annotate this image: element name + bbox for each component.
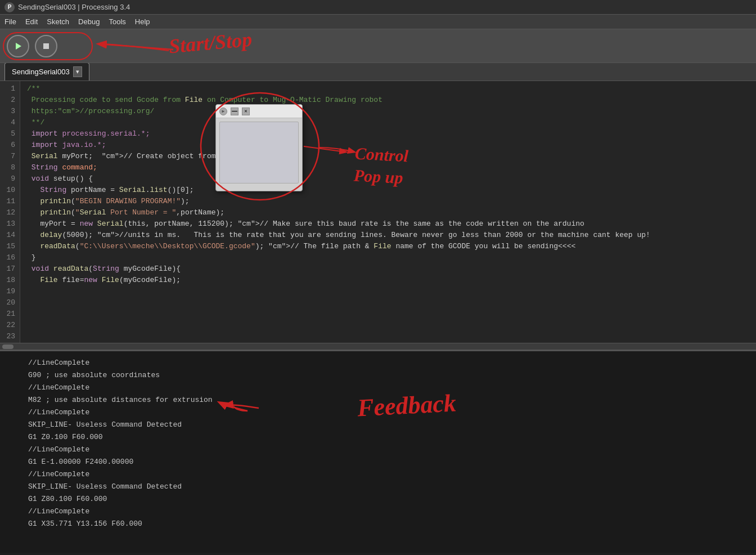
code-line: Serial myPort; "cm">// Create object fro… [27, 151, 749, 162]
code-line: **/ [27, 117, 749, 128]
code-line: String portName = Serial.list()[0]; [27, 185, 749, 196]
line-number: 9 [4, 173, 15, 185]
line-number: 15 [4, 241, 15, 252]
code-line: String command; [27, 162, 749, 173]
code-line: Processing code to send Gcode from File … [27, 95, 749, 106]
code-line: import processing.serial.*; [27, 128, 749, 140]
tab-label: SendingSerial003 [12, 68, 70, 76]
scrollbar-thumb[interactable] [2, 344, 14, 349]
code-line: } [27, 252, 749, 263]
code-line: /** [27, 83, 749, 95]
line-number: 10 [4, 185, 15, 196]
console-area: //LineCompleteG90 ; use absolute coordin… [0, 351, 756, 553]
console-line: SKIP_LINE- Useless Command Detected [28, 419, 745, 431]
line-number: 14 [4, 230, 15, 241]
console-line: //LineComplete [28, 468, 745, 481]
svg-rect-1 [43, 43, 49, 49]
line-number: 8 [4, 162, 15, 173]
console-line: //LineComplete [28, 357, 745, 369]
code-line: delay(5000); "cm">//units in ms. This is… [27, 230, 749, 241]
line-number: 16 [4, 252, 15, 263]
popup-minimize-button[interactable]: — [231, 108, 238, 115]
line-number: 12 [4, 207, 15, 218]
window-title: SendingSerial003 | Processing 3.4 [18, 3, 130, 11]
popup-body [219, 122, 299, 183]
code-line: File file=new File(myGcodeFile); [27, 275, 749, 286]
line-numbers: 123456789101112131415161718192021222324 [0, 81, 20, 343]
line-number: 6 [4, 140, 15, 151]
stop-button[interactable] [35, 35, 57, 57]
line-number: 11 [4, 196, 15, 207]
console-line: G1 Z0.100 F60.000 [28, 431, 745, 444]
toolbar [0, 29, 756, 63]
line-number: 20 [4, 297, 15, 308]
play-button[interactable] [7, 35, 29, 57]
line-number: 2 [4, 95, 15, 106]
svg-marker-0 [16, 43, 21, 50]
console-line: G1 Z80.100 F60.000 [28, 493, 745, 505]
code-line: void setup() { [27, 173, 749, 185]
line-number: 22 [4, 320, 15, 331]
line-number: 5 [4, 128, 15, 140]
code-line: println("BEGIN DRAWING PROGRAM!"); [27, 196, 749, 207]
popup-play-button[interactable]: ▶ [219, 108, 227, 115]
control-popup-window: ▶ — ✕ [215, 104, 303, 191]
console-line: G90 ; use absolute coordinates [28, 369, 745, 382]
title-bar: P SendingSerial003 | Processing 3.4 [0, 0, 756, 15]
line-number: 4 [4, 117, 15, 128]
line-number: 23 [4, 331, 15, 342]
code-lines[interactable]: /** Processing code to send Gcode from F… [20, 81, 756, 343]
console-line: //LineComplete [28, 505, 745, 518]
menu-edit[interactable]: Edit [25, 17, 38, 26]
console-line: //LineComplete [28, 406, 745, 419]
menu-help[interactable]: Help [135, 17, 150, 26]
line-number: 19 [4, 286, 15, 297]
menu-sketch[interactable]: Sketch [47, 17, 69, 26]
code-editor: 123456789101112131415161718192021222324 … [0, 81, 756, 351]
code-line: import java.io.*; [27, 140, 749, 151]
line-number: 21 [4, 308, 15, 320]
popup-close-button[interactable]: ✕ [242, 108, 250, 115]
line-number: 18 [4, 275, 15, 286]
menu-bar: File Edit Sketch Debug Tools Help [0, 15, 756, 29]
console-line: //LineComplete [28, 382, 745, 394]
menu-tools[interactable]: Tools [109, 17, 125, 26]
console-line: //LineComplete [28, 444, 745, 456]
editor-scrollbar[interactable] [0, 343, 756, 350]
line-number: 3 [4, 106, 15, 117]
line-number: 7 [4, 151, 15, 162]
line-number: 13 [4, 218, 15, 230]
tab-bar: SendingSerial003 ▾ [0, 63, 756, 81]
code-line: println("Serial Port Number = ",portName… [27, 207, 749, 218]
code-line: myPort = new Serial(this, portName, 1152… [27, 218, 749, 230]
processing-logo: P [4, 2, 15, 12]
console-line: G1 E-1.00000 F2400.00000 [28, 456, 745, 468]
menu-file[interactable]: File [4, 17, 16, 26]
code-line: https:"cm">//processing.org/ [27, 106, 749, 117]
console-line: SKIP_LINE- Useless Command Detected [28, 481, 745, 493]
tab-dropdown-button[interactable]: ▾ [73, 66, 82, 77]
line-number: 1 [4, 83, 15, 95]
code-line: void readData(String myGcodeFile){ [27, 263, 749, 275]
tab-sendingserial003[interactable]: SendingSerial003 ▾ [4, 62, 89, 80]
console-line: G1 X35.771 Y13.156 F60.000 [28, 518, 745, 530]
code-line: readData("C:\\Users\\meche\\Desktop\\GCO… [27, 241, 749, 252]
popup-titlebar: ▶ — ✕ [216, 105, 302, 118]
line-number: 17 [4, 263, 15, 275]
menu-debug[interactable]: Debug [78, 17, 100, 26]
console-line: M82 ; use absolute distances for extrusi… [28, 394, 745, 406]
